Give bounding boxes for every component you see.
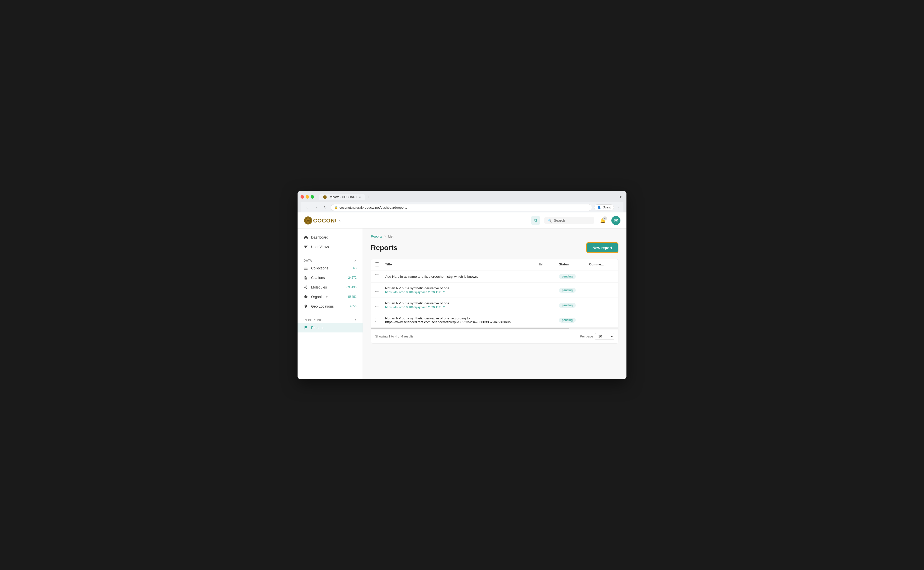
sidebar-item-label: Molecules (311, 285, 327, 289)
per-page-dropdown[interactable]: 10 25 50 100 (595, 333, 614, 340)
table-row: Not an NP but a synthetic derivative of … (371, 298, 618, 313)
data-chevron-icon[interactable]: ∧ (354, 259, 357, 262)
guest-button[interactable]: 👤 Guest (594, 204, 614, 210)
reporting-section-label: Reporting (303, 319, 323, 322)
refresh-button[interactable]: ↻ (322, 204, 329, 211)
close-traffic-light[interactable] (300, 195, 304, 199)
row-checkbox-cell (375, 288, 385, 293)
app-wrapper: COCONUT ‹ ⧉ 🔍 🔔 0 SK (297, 213, 627, 379)
logo-area: COCONUT ‹ (303, 216, 369, 225)
header-url: Url (539, 262, 559, 267)
reporting-section-header: Reporting ∧ (297, 316, 363, 323)
sidebar-item-user-views[interactable]: User Views (297, 242, 363, 251)
row-status-2: pending (559, 288, 589, 293)
copy-icon-button[interactable]: ⧉ (531, 216, 540, 225)
row-title-1: Add Narelin as name and fix stereochemis… (385, 275, 539, 279)
row-checkbox-cell (375, 318, 385, 323)
address-url: coconut.naturalproducts.net/dashboard/re… (339, 206, 407, 210)
tab-bar: Reports - COCONUT × + (319, 193, 618, 201)
table-row: Not an NP but a synthetic derivative of … (371, 283, 618, 298)
geo-locations-count: 2653 (350, 305, 357, 308)
data-section-header: Data ∧ (297, 256, 363, 264)
row-checkbox-2[interactable] (375, 288, 379, 292)
sidebar-item-dashboard[interactable]: Dashboard (297, 233, 363, 242)
address-bar[interactable]: 🔒 coconut.naturalproducts.net/dashboard/… (331, 204, 592, 211)
svg-point-9 (304, 287, 305, 288)
sidebar-item-geo-locations[interactable]: Geo Locations 2653 (297, 302, 363, 311)
tab-close-button[interactable]: × (359, 196, 360, 199)
breadcrumb-reports-link[interactable]: Reports (371, 234, 382, 238)
sidebar-item-label: Reports (311, 326, 323, 330)
row-status-3: pending (559, 303, 589, 308)
row-status-1: pending (559, 274, 589, 279)
sidebar-item-molecules[interactable]: Molecules 695133 (297, 282, 363, 292)
forward-button[interactable]: › (313, 204, 320, 211)
svg-line-11 (305, 286, 306, 287)
tab-favicon (323, 195, 327, 199)
row-title-cell-2: Not an NP but a synthetic derivative of … (385, 286, 539, 294)
new-report-button[interactable]: New report (586, 242, 618, 253)
maximize-traffic-light[interactable] (311, 195, 314, 199)
per-page-select[interactable]: Per page 10 25 50 100 (580, 333, 614, 340)
row-checkbox-4[interactable] (375, 318, 379, 322)
table-footer: Showing 1 to 4 of 4 results Per page 10 … (371, 329, 618, 343)
sidebar-item-collections[interactable]: Collections 63 (297, 264, 363, 273)
main-content: Reports > List Reports New report (363, 228, 627, 379)
sidebar-item-label: Collections (311, 266, 328, 270)
sidebar-item-organisms[interactable]: Organisms 55252 (297, 292, 363, 302)
search-bar[interactable]: 🔍 (544, 217, 594, 224)
sidebar-item-label: Geo Locations (311, 304, 334, 308)
horizontal-scrollbar[interactable] (371, 328, 618, 329)
house-icon (303, 235, 308, 239)
window-dropdown[interactable]: ▾ (620, 195, 624, 199)
header-checkbox-cell (375, 262, 385, 267)
document-icon (303, 276, 308, 280)
showing-results: Showing 1 to 4 of 4 results (375, 334, 414, 338)
flag-icon (303, 325, 308, 330)
row-url-text-2[interactable]: https://doi.org/10.1016/j.ejmech.2020.11… (385, 291, 539, 294)
collections-count: 63 (353, 267, 357, 270)
svg-point-14 (305, 295, 306, 297)
reports-table: Title Url Status Comme... Add Narelin as… (371, 259, 618, 343)
svg-line-20 (307, 297, 308, 298)
notifications-button[interactable]: 🔔 0 (598, 216, 607, 225)
sidebar-item-label: User Views (311, 245, 329, 249)
status-badge-4: pending (559, 318, 576, 323)
browser-menu-button[interactable]: ⋮ (616, 205, 621, 210)
reporting-chevron-icon[interactable]: ∧ (354, 319, 357, 322)
header-right: ⧉ 🔍 🔔 0 SK (531, 216, 621, 225)
row-title-cell-3: Not an NP but a synthetic derivative of … (385, 301, 539, 309)
status-badge-1: pending (559, 274, 576, 279)
address-lock-icon: 🔒 (334, 206, 338, 209)
new-tab-button[interactable]: + (365, 193, 372, 201)
select-all-checkbox[interactable] (375, 262, 379, 267)
traffic-lights (300, 195, 314, 199)
guest-label: Guest (602, 206, 611, 209)
row-title-cell-4: Not an NP but a synthetic derivative of … (385, 316, 539, 324)
sidebar-item-citations[interactable]: Citations 24272 (297, 273, 363, 282)
row-checkbox-cell (375, 303, 385, 308)
breadcrumb-separator: > (385, 234, 386, 238)
row-checkbox-cell (375, 274, 385, 279)
row-url-text-3[interactable]: https://doi.org/10.1016/j.ejmech.2020.11… (385, 306, 539, 309)
scroll-thumb[interactable] (371, 328, 569, 329)
molecules-count: 695133 (346, 285, 357, 289)
user-avatar[interactable]: SK (611, 216, 621, 225)
svg-text:COCONUT: COCONUT (313, 218, 336, 224)
svg-line-12 (305, 288, 306, 288)
active-tab[interactable]: Reports - COCONUT × (319, 194, 365, 201)
back-button[interactable]: ‹ (303, 204, 311, 211)
coconut-logo[interactable]: COCONUT (303, 216, 336, 225)
sidebar-item-reports[interactable]: Reports (297, 323, 363, 332)
row-checkbox-1[interactable] (375, 274, 379, 278)
search-input[interactable] (554, 218, 591, 222)
browser-toolbar: ‹ › ↻ 🔒 coconut.naturalproducts.net/dash… (300, 202, 624, 213)
browser-chrome: Reports - COCONUT × + ▾ ‹ › ↻ 🔒 coconut.… (297, 191, 627, 213)
citations-count: 24272 (348, 276, 357, 279)
layers-icon (303, 266, 308, 270)
collapse-sidebar-button[interactable]: ‹ (338, 217, 342, 224)
per-page-label: Per page (580, 334, 593, 338)
row-checkbox-3[interactable] (375, 303, 379, 307)
minimize-traffic-light[interactable] (306, 195, 309, 199)
data-section-label: Data (303, 259, 312, 262)
